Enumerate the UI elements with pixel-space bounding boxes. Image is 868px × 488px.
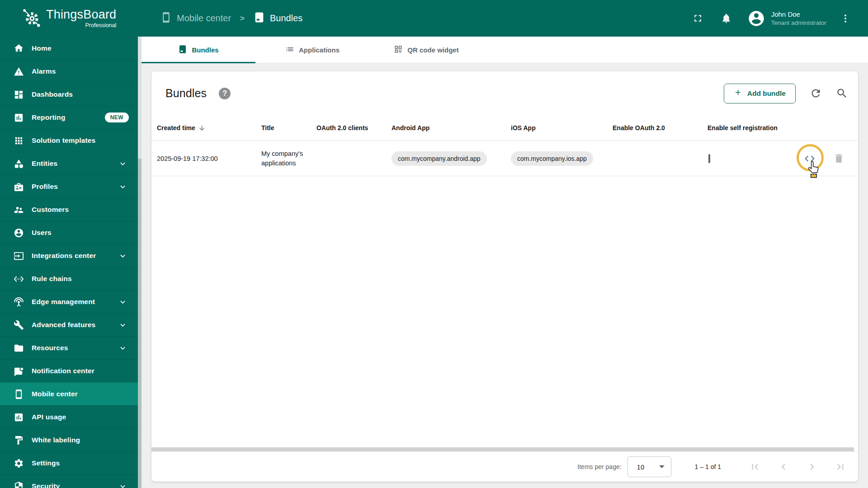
sidebar-item-solution-templates[interactable]: Solution templates: [0, 129, 138, 152]
cell-enable-oauth: [613, 155, 708, 162]
cell-ios-app: com.mycompany.ios.app: [511, 151, 613, 166]
chart-icon: [14, 412, 24, 422]
sidebar: Home Alarms Dashboards Reporting NEW Sol…: [0, 37, 142, 488]
category-icon: [14, 159, 24, 169]
sidebar-item-security[interactable]: Security: [0, 474, 138, 488]
column-header-oauth-clients: OAuth 2.0 clients: [316, 124, 392, 131]
row-actions: [795, 153, 853, 164]
column-header-title: Title: [261, 124, 316, 131]
sidebar-item-white-labeling[interactable]: White labeling: [0, 428, 138, 451]
tab-bar: Bundles Applications QR code widget: [142, 37, 868, 63]
last-page-icon[interactable]: [835, 461, 846, 473]
sidebar-item-api-usage[interactable]: API usage: [0, 405, 138, 428]
user-name: John Doe: [771, 10, 826, 19]
page-size-select[interactable]: 10: [627, 456, 671, 477]
sidebar-item-alarms[interactable]: Alarms: [0, 60, 138, 83]
smartphone-icon: [160, 12, 172, 25]
dashboard-icon: [14, 89, 24, 100]
sidebar-item-dashboards[interactable]: Dashboards: [0, 83, 138, 106]
sidebar-item-integrations-center[interactable]: Integrations center: [0, 244, 138, 267]
bundle-icon: [178, 45, 187, 55]
notification-icon: [14, 366, 24, 376]
first-page-icon[interactable]: [749, 461, 761, 473]
tab-label: QR code widget: [407, 46, 458, 54]
column-header-created-time[interactable]: Created time: [157, 124, 261, 132]
user-menu[interactable]: John Doe Tenant administrator: [771, 10, 826, 27]
antenna-icon: [14, 297, 24, 307]
main-content: Bundles Applications QR code widget Bund…: [142, 37, 868, 488]
tab-bundles[interactable]: Bundles: [142, 37, 255, 63]
chevron-down-icon: [118, 251, 127, 261]
android-app-chip: com.mycompany.android.app: [392, 151, 487, 166]
breadcrumb-bundles[interactable]: Bundles: [254, 12, 302, 25]
horizontal-scrollbar-thumb[interactable]: [151, 447, 854, 451]
add-bundle-button[interactable]: Add bundle: [724, 84, 796, 103]
tab-qr-code-widget[interactable]: QR code widget: [369, 37, 483, 63]
delete-trash-icon[interactable]: [833, 153, 844, 164]
sidebar-item-settings[interactable]: Settings: [0, 451, 138, 474]
sidebar-item-customers[interactable]: Customers: [0, 198, 138, 221]
sidebar-item-profiles[interactable]: Profiles: [0, 175, 138, 198]
cell-android-app: com.mycompany.android.app: [392, 151, 511, 166]
chevron-down-icon: [118, 182, 127, 192]
tab-applications[interactable]: Applications: [255, 37, 369, 63]
column-header-enable-oauth: Enable OAuth 2.0: [613, 124, 708, 131]
dropdown-caret-icon: [659, 465, 665, 468]
sidebar-item-rule-chains[interactable]: Rule chains: [0, 267, 138, 290]
rule-chain-icon: [14, 274, 24, 284]
qr-code-icon: [394, 45, 403, 55]
chevron-down-icon: [118, 159, 127, 169]
refresh-icon[interactable]: [810, 87, 822, 99]
page-size-value: 10: [637, 463, 645, 471]
person-icon: [14, 228, 24, 238]
items-per-page-label: Items per page:: [577, 463, 621, 470]
column-header-ios-app: iOS App: [511, 124, 613, 131]
paginator-buttons: [749, 461, 846, 473]
breadcrumb-mobile-center[interactable]: Mobile center: [160, 12, 231, 25]
bundles-table-card: Bundles ? Add bundle: [151, 71, 858, 482]
sidebar-item-home[interactable]: Home: [0, 37, 138, 60]
sidebar-item-advanced-features[interactable]: Advanced features: [0, 313, 138, 336]
shield-icon: [14, 481, 24, 488]
page-range-label: 1 – 1 of 1: [695, 463, 721, 470]
sidebar-scrollbar-thumb[interactable]: [138, 37, 142, 159]
chevron-down-icon: [118, 297, 127, 307]
user-avatar[interactable]: [747, 9, 765, 28]
more-options-kebab-icon[interactable]: [840, 13, 851, 24]
help-icon[interactable]: ?: [219, 88, 231, 99]
apps-grid-icon: [14, 136, 24, 146]
sidebar-item-users[interactable]: Users: [0, 221, 138, 244]
previous-page-icon[interactable]: [778, 461, 789, 473]
badge-icon: [14, 182, 24, 192]
report-icon: [14, 113, 24, 123]
tab-label: Bundles: [192, 46, 218, 54]
card-header: Bundles ? Add bundle: [151, 71, 858, 115]
search-icon[interactable]: [836, 87, 848, 99]
sidebar-item-reporting[interactable]: Reporting NEW: [0, 106, 138, 129]
table-row[interactable]: 2025-09-19 17:32:00 My company's applica…: [151, 141, 858, 176]
smartphone-icon: [14, 389, 24, 399]
chevron-down-icon: [118, 482, 127, 488]
folder-icon: [14, 343, 24, 353]
sidebar-item-edge-management[interactable]: Edge management: [0, 290, 138, 313]
breadcrumb-label: Mobile center: [177, 13, 231, 23]
new-badge: NEW: [105, 113, 129, 122]
add-bundle-label: Add bundle: [747, 89, 786, 98]
sidebar-item-entities[interactable]: Entities: [0, 152, 138, 175]
sidebar-menu: Home Alarms Dashboards Reporting NEW Sol…: [0, 37, 138, 488]
cell-enable-self-registration: [708, 155, 795, 162]
enable-self-registration-checkbox[interactable]: [708, 154, 710, 163]
sort-desc-arrow-icon: [198, 124, 206, 132]
tab-label: Applications: [299, 46, 340, 54]
thingsboard-logo[interactable]: ThingsBoard Professional: [0, 7, 142, 30]
sidebar-item-resources[interactable]: Resources: [0, 336, 138, 359]
sidebar-item-mobile-center[interactable]: Mobile center: [0, 382, 138, 405]
sidebar-item-notification-center[interactable]: Notification center: [0, 359, 138, 382]
bundle-icon: [254, 12, 265, 25]
list-icon: [285, 45, 294, 55]
fullscreen-icon[interactable]: [692, 13, 703, 24]
top-header: ThingsBoard Professional Mobile center >…: [0, 0, 868, 37]
next-page-icon[interactable]: [806, 461, 818, 473]
mobile-app-code-snippet-icon[interactable]: [804, 153, 816, 164]
notifications-bell-icon[interactable]: [721, 13, 732, 24]
